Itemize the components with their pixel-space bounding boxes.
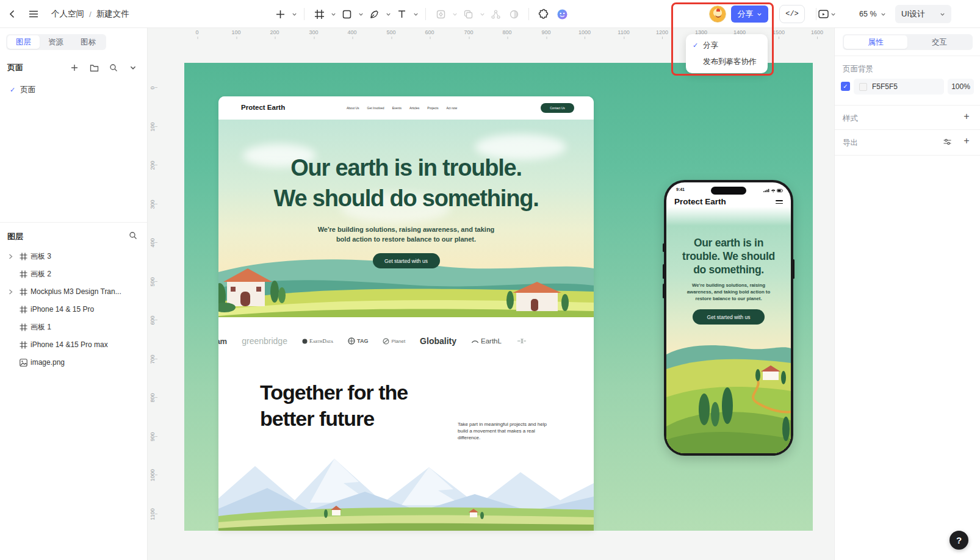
left-sidebar: 图层 资源 图标 页面 ✓ 页面 图层 画板 3 — [0, 28, 148, 560]
layer-search-icon[interactable] — [128, 231, 138, 240]
share-button[interactable]: 分享 — [731, 5, 768, 23]
layer-row[interactable]: 画板 2 — [0, 265, 147, 282]
breadcrumb-file[interactable]: 新建文件 — [96, 9, 129, 20]
site-header: Protect Earth About Us Get Involved Even… — [218, 96, 594, 120]
layer-label: Mockplus M3 Design Tran... — [31, 287, 121, 296]
menu-check-icon: ✓ — [693, 41, 698, 49]
main-menu-icon[interactable] — [28, 0, 39, 28]
layer-row[interactable]: 画板 3 — [0, 248, 147, 265]
insert-chevron-icon[interactable] — [292, 12, 297, 17]
help-label: ? — [956, 535, 962, 545]
tab-properties[interactable]: 属性 — [844, 35, 907, 49]
right-panel: 属性 交互 页面背景 ✓ F5F5F5 100% 样式 + 导出 + — [834, 28, 980, 560]
assistant-icon[interactable] — [554, 6, 570, 22]
ruler-tick: 100 — [148, 122, 157, 131]
layer-label: 画板 2 — [31, 269, 51, 279]
back-button[interactable] — [7, 0, 17, 28]
tab-interactions[interactable]: 交互 — [907, 35, 971, 49]
logo-cam: Cam — [218, 337, 227, 346]
layer-row[interactable]: Mockplus M3 Design Tran... — [0, 283, 147, 300]
status-icons — [763, 188, 784, 193]
add-export-icon[interactable]: + — [962, 137, 971, 146]
frame-layer-icon — [20, 270, 27, 278]
phone-cta-button: Get started with us — [693, 309, 765, 325]
logo-earthdata: EarthData — [302, 338, 333, 344]
ruler-tick: 600 — [425, 29, 434, 35]
tab-layers[interactable]: 图层 — [7, 35, 40, 49]
text-tool-icon[interactable] — [394, 6, 409, 22]
component-tool-icon — [433, 6, 449, 22]
export-section-title: 导出 — [843, 138, 858, 148]
page-background-checkbox[interactable]: ✓ — [841, 82, 850, 91]
menu-item-label: 发布到摹客协作 — [703, 57, 757, 67]
component-tool-chevron-icon — [452, 12, 458, 17]
nav-link: Events — [392, 106, 402, 110]
image-layer-object[interactable]: Protect Earth About Us Get Involved Even… — [184, 63, 813, 531]
expand-chevron-icon[interactable] — [9, 254, 13, 259]
phone-hero-subtitle: We're building solutions, raising awaren… — [666, 282, 791, 302]
text-tool-chevron-icon[interactable] — [413, 12, 419, 17]
export-settings-icon[interactable] — [942, 137, 952, 146]
page-folder-icon[interactable] — [89, 63, 99, 73]
page-item[interactable]: ✓ 页面 — [0, 82, 147, 98]
ruler-tick: 700 — [464, 29, 473, 35]
share-dropdown-menu: ✓ 分享 发布到摹客协作 — [686, 34, 768, 73]
expand-chevron-icon[interactable] — [9, 289, 13, 295]
plugin-icon[interactable] — [536, 6, 552, 22]
site-nav: About Us Get Involved Events Articles Pr… — [347, 106, 457, 110]
tab-assets[interactable]: 资源 — [40, 35, 72, 49]
breadcrumb-space[interactable]: 个人空间 — [51, 9, 84, 20]
layer-row[interactable]: 画板 1 — [0, 318, 147, 336]
page-background-opacity-field[interactable]: 100% — [948, 79, 974, 95]
user-avatar[interactable] — [709, 5, 726, 23]
status-time: 9:41 — [676, 187, 685, 192]
ruler-tick: 1600 — [811, 29, 823, 35]
frame-tool-chevron-icon[interactable] — [331, 12, 336, 17]
ruler-tick: 1500 — [773, 29, 785, 35]
ruler-tick: 0 — [148, 83, 157, 92]
ruler-tick: 1000 — [148, 470, 157, 479]
frame-layer-icon — [20, 323, 27, 331]
page-search-icon[interactable] — [109, 63, 118, 73]
ruler-tick: 200 — [270, 29, 279, 35]
logo-globality: Globality — [420, 336, 456, 346]
add-style-icon[interactable]: + — [962, 112, 971, 122]
zoom-level-control[interactable]: 65 % — [859, 0, 886, 28]
code-view-button[interactable]: </> — [779, 5, 805, 23]
right-panel-tabs: 属性 交互 — [843, 34, 973, 50]
pen-tool-chevron-icon[interactable] — [386, 12, 391, 17]
shape-tool-chevron-icon[interactable] — [358, 12, 364, 17]
hero-subtitle: We're building solutions, raising awaren… — [218, 225, 594, 244]
layer-row[interactable]: image.png — [0, 354, 147, 371]
mode-select[interactable]: UI设计 — [895, 5, 951, 23]
checkbox-check-icon: ✓ — [843, 83, 848, 90]
mockplus-editor: 个人空间 / 新建文件 — [0, 0, 980, 560]
frame-layer-icon — [20, 288, 27, 296]
phone-menu-icon — [776, 200, 783, 206]
menu-item-share[interactable]: ✓ 分享 — [686, 37, 768, 54]
add-page-icon[interactable] — [70, 63, 79, 73]
pen-tool-icon[interactable] — [366, 6, 382, 22]
canvas[interactable]: 0 100 200 300 400 500 600 700 800 900 10… — [148, 28, 834, 560]
preview-button[interactable] — [818, 0, 836, 28]
menu-item-publish[interactable]: 发布到摹客协作 — [686, 54, 768, 70]
hero-heading-line1: Our earth is in trouble. — [218, 153, 594, 182]
preview-chevron-icon[interactable] — [830, 12, 836, 17]
layer-row[interactable]: iPhone 14 & 15 Pro — [0, 301, 147, 318]
tab-icons[interactable]: 图标 — [72, 35, 104, 49]
insert-icon[interactable] — [272, 6, 288, 22]
topbar: 个人空间 / 新建文件 — [0, 0, 980, 28]
shape-tool-icon[interactable] — [339, 6, 355, 22]
pages-title: 页面 — [7, 62, 23, 73]
toolbar-divider — [816, 8, 816, 20]
pages-collapse-icon[interactable] — [128, 63, 138, 73]
mode-select-value: UI设计 — [901, 9, 925, 20]
help-button[interactable]: ? — [949, 531, 968, 550]
layer-row[interactable]: iPhone 14 &15 Pro max — [0, 336, 147, 353]
phone-landscape-illustration — [666, 337, 791, 453]
page-background-color-field[interactable]: F5F5F5 — [854, 79, 944, 95]
ruler-tick: 100 — [231, 29, 240, 35]
layer-label: 画板 1 — [31, 322, 51, 332]
frame-tool-icon[interactable] — [311, 6, 327, 22]
layer-label: iPhone 14 & 15 Pro — [31, 305, 94, 314]
